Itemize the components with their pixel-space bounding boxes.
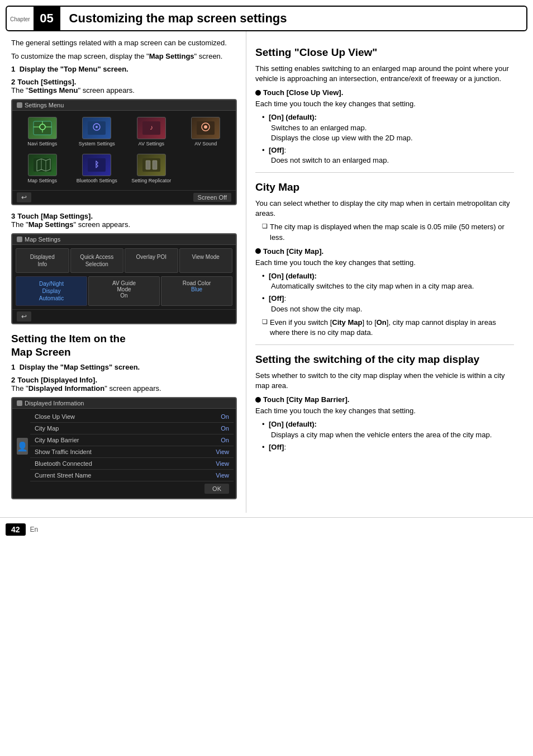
settings-item-navi: Navi Settings (16, 114, 69, 150)
map-tab-quick-access[interactable]: Quick AccessSelection (70, 248, 124, 273)
citymap-touch-detail: Each time you touch the key changes that… (255, 258, 514, 268)
citymap-scale-note: The city map is displayed when the map s… (262, 222, 514, 242)
map-step-num-1: 1 (11, 363, 15, 371)
citymap-barrier-option-off: [Off]: (262, 442, 514, 452)
citymap-option-on: [On] (default): Automatically switches t… (262, 271, 514, 291)
map-step-2-detail: The "Displayed Information" screen appea… (11, 384, 237, 393)
page-number: 42 (6, 523, 26, 536)
step-3: 3Touch [Map Settings]. The "Map Settings… (11, 212, 237, 229)
citymap-options-list: [On] (default): Automatically switches t… (262, 271, 514, 314)
disp-info-list: 👤 Close Up View On City Map On City Map … (12, 409, 236, 498)
map-settings-title: Map Settings (25, 236, 60, 243)
step-3-text: Touch [Map Settings]. (17, 212, 93, 220)
disp-row-citymap[interactable]: City Map On (30, 423, 234, 434)
settings-menu-grid: Navi Settings System Settings ♪ AV Setti… (12, 111, 236, 190)
map-tab-roadcolor[interactable]: Road ColorBlue (161, 276, 232, 306)
closeup-touch-instruction: Touch [Close Up View]. (255, 88, 514, 97)
map-settings-screen: Map Settings DisplayedInfo Quick AccessS… (11, 233, 237, 324)
disp-info-titlebar: Displayed Information (12, 398, 236, 409)
disp-row-traffic[interactable]: Show Traffic Incident View (30, 446, 234, 458)
map-tab-view-mode[interactable]: View Mode (179, 248, 233, 273)
closeup-option-off: [Off]: Does not switch to an enlarged ma… (262, 145, 514, 166)
ok-button[interactable]: OK (204, 484, 229, 494)
intro-text-2: To customize the map screen, display the… (11, 51, 237, 62)
divider-2 (255, 344, 514, 345)
svg-text:♪: ♪ (150, 124, 153, 131)
citymap-barrier-option-on: [On] (default): Displays a city map when… (262, 419, 514, 440)
map-label: Map Settings (27, 178, 57, 184)
chapter-label: Chapter (7, 15, 34, 22)
chapter-number: 05 (34, 7, 60, 30)
bullet-icon-1 (255, 90, 261, 96)
svg-rect-20 (146, 160, 150, 169)
citymap-touch-instruction: Touch [City Map]. (255, 247, 514, 256)
map-step-1-text: Display the "Map Settings" screen. (20, 363, 140, 371)
system-label: System Settings (79, 141, 115, 147)
settings-item-bluetooth: ᛒ Bluetooth Settings (70, 151, 124, 187)
disp-row-bluetooth[interactable]: Bluetooth Connected View (30, 458, 234, 470)
citymap-switching-intro: Sets whether to switch to the city map d… (255, 371, 514, 391)
step-1: 1 Display the "Top Menu" screen. (11, 65, 237, 73)
page-title: Customizing the map screen settings (60, 7, 296, 30)
closeup-option-on: [On] (default): Switches to an enlarged … (262, 112, 514, 143)
system-icon (82, 117, 111, 139)
map-step-num-2: 2 (11, 376, 15, 384)
citymap-option-off: [Off]: Does not show the city map. (262, 294, 514, 314)
settings-menu-title: Settings Menu (25, 102, 64, 108)
map-tab-avguide[interactable]: AV GuideModeOn (88, 276, 160, 306)
right-column: Setting "Close Up View" This setting ena… (246, 31, 520, 513)
map-titlebar-icon (17, 237, 22, 242)
disp-label-closeup: Close Up View (35, 413, 75, 420)
settings-menu-screen: Settings Menu Navi Settings System Setti… (11, 99, 237, 205)
svg-text:ᛒ: ᛒ (94, 160, 99, 169)
disp-ok-bar: OK (15, 481, 234, 496)
disp-val-citymap-barrier: On (221, 437, 229, 443)
step-1-text: Display the "Top Menu" screen. (20, 65, 129, 73)
citymap-square-list: The city map is displayed when the map s… (262, 222, 514, 242)
step-num-2: 2 (11, 78, 15, 86)
svg-rect-19 (142, 158, 160, 172)
screen-off-button[interactable]: Screen Off (193, 193, 231, 202)
closeup-options-list: [On] (default): Switches to an enlarged … (262, 112, 514, 166)
bluetooth-icon: ᛒ (82, 154, 111, 176)
map-tab-overlay-poi[interactable]: Overlay POI (125, 248, 178, 273)
disp-label-bluetooth: Bluetooth Connected (35, 460, 92, 467)
replicator-icon (137, 154, 166, 176)
step-3-detail: The "Map Settings" screen appears. (11, 220, 237, 229)
settings-menu-bottom-bar: ↩ Screen Off (12, 190, 236, 204)
map-tab-displayed-info[interactable]: DisplayedInfo (16, 248, 69, 273)
map-settings-tabs-row1: DisplayedInfo Quick AccessSelection Over… (12, 245, 236, 276)
map-step-2: 2Touch [Displayed Info]. The "Displayed … (11, 376, 237, 393)
citymap-section-title: City Map (255, 181, 514, 194)
disp-person-icon: 👤 (17, 438, 28, 455)
settings-item-map: Map Settings (16, 151, 69, 187)
closeup-intro: This setting enables switching to an enl… (255, 64, 514, 84)
svg-point-13 (204, 125, 207, 129)
disp-val-traffic: View (216, 448, 229, 455)
bullet-icon-3 (255, 397, 261, 403)
bullet-icon-2 (255, 248, 261, 254)
replicator-label: Setting Replicator (131, 178, 171, 184)
disp-label-citymap-barrier: City Map Barrier (35, 437, 79, 443)
map-settings-titlebar: Map Settings (12, 234, 236, 245)
svg-rect-21 (153, 160, 157, 169)
disp-row-streetname[interactable]: Current Street Name View (30, 470, 234, 481)
citymap-note-list: Even if you switch [City Map] to [On], c… (262, 318, 514, 338)
citymap-barrier-touch-instruction: Touch [City Map Barrier]. (255, 395, 514, 404)
disp-row-citymap-barrier[interactable]: City Map Barrier On (30, 434, 234, 446)
step-2-text: Touch [Settings]. (17, 78, 76, 86)
av-icon: ♪ (137, 117, 166, 139)
map-back-button[interactable]: ↩ (17, 311, 31, 322)
map-tab-daynight[interactable]: Day/NightDisplayAutomatic (16, 276, 87, 306)
disp-row-closeup[interactable]: Close Up View On (30, 411, 234, 423)
map-screen-section-title: Setting the Item on theMap Screen (11, 332, 237, 359)
disp-info-title: Displayed Information (25, 400, 84, 407)
step-num-1: 1 (11, 65, 15, 73)
citymap-note: Even if you switch [City Map] to [On], c… (262, 318, 514, 338)
back-button[interactable]: ↩ (17, 192, 31, 202)
step-num-3: 3 (11, 212, 15, 220)
navi-label: Navi Settings (27, 141, 57, 147)
settings-menu-titlebar: Settings Menu (12, 100, 236, 111)
disp-val-bluetooth: View (216, 460, 229, 467)
settings-item-av: ♪ AV Settings (125, 114, 178, 150)
